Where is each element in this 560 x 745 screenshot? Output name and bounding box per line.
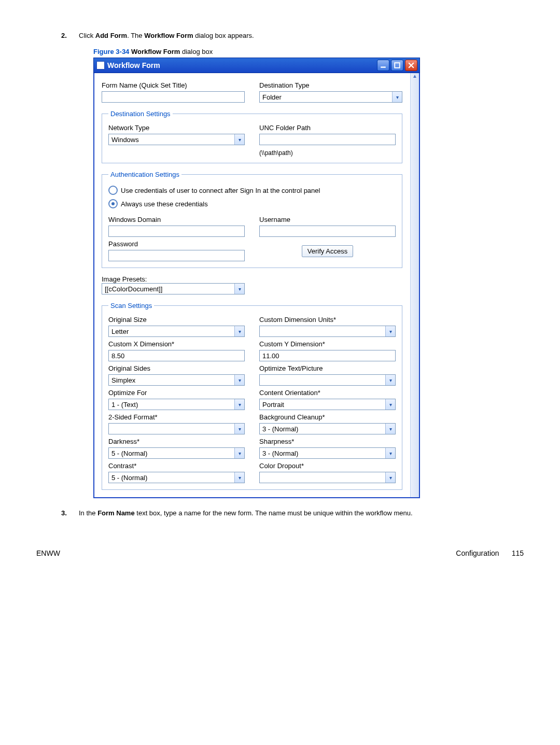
group-legend: Destination Settings xyxy=(108,110,173,118)
text: text box, type a name for the new form. … xyxy=(135,509,413,517)
select-value: Windows xyxy=(109,136,234,144)
vertical-scrollbar[interactable]: ▲ xyxy=(410,73,419,497)
unc-path-hint: (\\path\path) xyxy=(259,149,396,157)
footer-page-number: 115 xyxy=(512,549,524,557)
background-cleanup-label: Background Cleanup* xyxy=(259,413,396,421)
figure-caption: Figure 3-34 Workflow Form dialog box xyxy=(93,48,524,55)
destination-type-select[interactable]: Folder ▾ xyxy=(259,91,402,103)
group-legend: Authentication Settings xyxy=(108,171,181,178)
authentication-settings-group: Authentication Settings Use credentials … xyxy=(102,171,402,268)
figure-label: Figure 3-34 xyxy=(93,48,131,55)
form-name-input[interactable] xyxy=(102,91,245,103)
select-value: 5 - (Normal) xyxy=(109,449,234,457)
chevron-down-icon: ▾ xyxy=(385,448,395,458)
select-value: 5 - (Normal) xyxy=(109,474,234,482)
select-value: 1 - (Text) xyxy=(109,401,234,409)
chevron-down-icon: ▾ xyxy=(234,284,244,294)
optimize-text-picture-select[interactable]: ▾ xyxy=(259,374,396,386)
chevron-down-icon: ▾ xyxy=(385,326,395,336)
step-number: 3. xyxy=(61,509,76,518)
window-title: Workflow Form xyxy=(107,61,377,69)
chevron-down-icon: ▾ xyxy=(234,472,244,483)
select-value: Letter xyxy=(109,328,234,335)
text-bold: Form Name xyxy=(97,509,135,517)
select-value: 3 - (Normal) xyxy=(260,425,385,433)
custom-x-label: Custom X Dimension* xyxy=(108,340,245,348)
original-size-label: Original Size xyxy=(108,316,245,324)
network-type-label: Network Type xyxy=(108,124,245,132)
title-bar[interactable]: Workflow Form xyxy=(93,58,420,73)
radio-label: Use credentials of user to connect after… xyxy=(121,187,320,194)
scan-settings-group: Scan Settings Original Size Letter▾ Cust… xyxy=(102,302,402,490)
custom-units-select[interactable]: ▾ xyxy=(259,326,396,337)
verify-access-button[interactable]: Verify Access xyxy=(302,245,353,257)
optimize-for-select[interactable]: 1 - (Text)▾ xyxy=(108,399,245,410)
form-name-label: Form Name (Quick Set Title) xyxy=(102,81,245,89)
chevron-down-icon: ▾ xyxy=(385,375,395,385)
select-value: 3 - (Normal) xyxy=(260,449,385,457)
background-cleanup-select[interactable]: 3 - (Normal)▾ xyxy=(259,423,396,434)
workflow-form-dialog: Workflow Form ▲ Form Name (Quick Set Tit… xyxy=(93,58,420,498)
radio-use-signin-credentials[interactable]: Use credentials of user to connect after… xyxy=(108,186,396,195)
figure-title-bold: Workflow Form xyxy=(131,48,180,55)
chevron-down-icon: ▾ xyxy=(385,472,395,483)
text-bold: Workflow Form xyxy=(144,32,193,39)
windows-domain-input[interactable] xyxy=(108,226,245,237)
unc-path-label: UNC Folder Path xyxy=(259,124,396,132)
custom-y-input[interactable] xyxy=(259,350,396,361)
text: . The xyxy=(127,32,144,39)
original-size-select[interactable]: Letter▾ xyxy=(108,326,245,337)
network-type-select[interactable]: Windows ▾ xyxy=(108,134,245,145)
chevron-down-icon: ▾ xyxy=(234,448,244,458)
instruction-step-3: 3. In the Form Name text box, type a nam… xyxy=(61,509,524,518)
minimize-button[interactable] xyxy=(377,60,389,71)
username-input[interactable] xyxy=(259,226,396,237)
text: dialog box appears. xyxy=(193,32,254,39)
darkness-label: Darkness* xyxy=(108,438,245,445)
custom-units-label: Custom Dimension Units* xyxy=(259,316,396,324)
original-sides-label: Original Sides xyxy=(108,364,245,372)
chevron-down-icon: ▾ xyxy=(385,399,395,410)
sharpness-select[interactable]: 3 - (Normal)▾ xyxy=(259,447,396,459)
chevron-down-icon: ▾ xyxy=(234,399,244,410)
radio-always-credentials[interactable]: Always use these credentials xyxy=(108,199,396,208)
password-input[interactable] xyxy=(108,250,245,261)
content-orientation-label: Content Orientation* xyxy=(259,389,396,397)
figure-title-rest: dialog box xyxy=(180,48,213,55)
system-menu-icon[interactable] xyxy=(97,62,104,69)
sharpness-label: Sharpness* xyxy=(259,438,396,445)
chevron-down-icon: ▾ xyxy=(234,375,244,385)
darkness-select[interactable]: 5 - (Normal)▾ xyxy=(108,447,245,459)
text: In the xyxy=(79,509,97,517)
two-sided-format-select[interactable]: ▾ xyxy=(108,423,245,434)
contrast-select[interactable]: 5 - (Normal)▾ xyxy=(108,472,245,483)
group-legend: Scan Settings xyxy=(108,302,154,310)
radio-icon xyxy=(108,186,118,195)
image-presets-select[interactable]: [[cColorDocument]] ▾ xyxy=(102,283,245,294)
custom-y-label: Custom Y Dimension* xyxy=(259,340,396,348)
select-value: [[cColorDocument]] xyxy=(102,285,234,293)
two-sided-format-label: 2-Sided Format* xyxy=(108,413,245,421)
content-orientation-select[interactable]: Portrait▾ xyxy=(259,399,396,410)
contrast-label: Contrast* xyxy=(108,462,245,470)
image-presets-label: Image Presets: xyxy=(102,275,402,283)
instruction-step-2: 2. Click Add Form. The Workflow Form dia… xyxy=(61,31,524,40)
svg-rect-1 xyxy=(395,63,400,68)
select-value: Simplex xyxy=(109,376,234,384)
svg-rect-0 xyxy=(381,67,386,68)
color-dropout-label: Color Dropout* xyxy=(259,462,396,470)
close-button[interactable] xyxy=(405,60,417,71)
select-value: Folder xyxy=(260,93,392,101)
maximize-button[interactable] xyxy=(391,60,403,71)
color-dropout-select[interactable]: ▾ xyxy=(259,472,396,483)
chevron-down-icon: ▾ xyxy=(385,424,395,434)
select-value: Portrait xyxy=(260,401,385,409)
destination-settings-group: Destination Settings Network Type Window… xyxy=(102,110,402,163)
unc-path-input[interactable] xyxy=(259,134,396,145)
custom-x-input[interactable] xyxy=(108,350,245,361)
text-bold: Add Form xyxy=(95,32,127,39)
original-sides-select[interactable]: Simplex▾ xyxy=(108,374,245,386)
radio-icon xyxy=(108,199,118,208)
scroll-up-icon[interactable]: ▲ xyxy=(411,73,419,79)
step-number: 2. xyxy=(61,31,76,40)
